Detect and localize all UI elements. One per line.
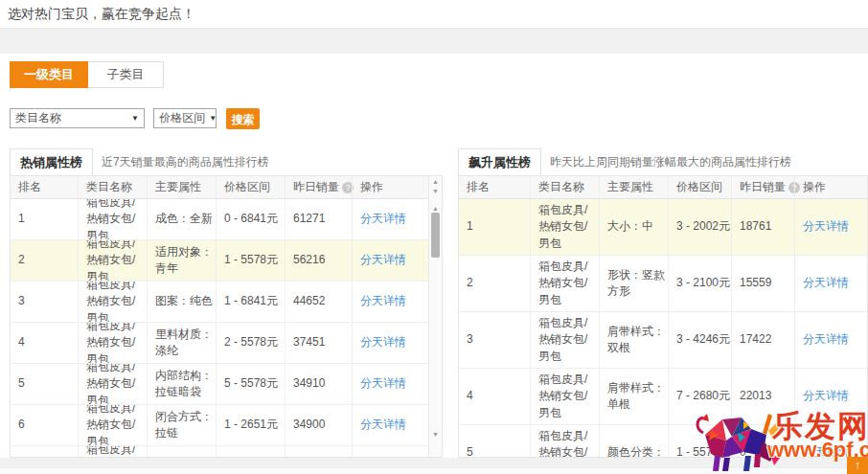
day-detail-link[interactable]: 分天详情 xyxy=(360,334,406,350)
col-action: 操作 xyxy=(352,176,429,198)
sales-cell: 61271 xyxy=(285,199,352,239)
tab-primary-category[interactable]: 一级类目 xyxy=(10,61,88,88)
price-cell: 0 - 6841元 xyxy=(216,199,285,239)
scroll-up-icon[interactable]: ▲ xyxy=(429,177,442,187)
rank-cell: 2 xyxy=(11,240,78,281)
main-panel: 一级类目子类目 类目名称 ▼ 价格区间 ▼ 搜索 热销属性榜 近7天销量最高的商… xyxy=(0,54,868,458)
table-row: 2 箱包皮具/热销女包/男包 形状：竖款方形 3 - 2100元 15559 分… xyxy=(459,256,867,312)
hot-description: 近7天销量最高的商品属性排行榜 xyxy=(102,148,269,175)
filter-bar: 类目名称 ▼ 价格区间 ▼ 搜索 xyxy=(10,108,260,129)
day-detail-link[interactable]: 分天详情 xyxy=(803,331,849,348)
attr-cell: 肩带样式：双根 xyxy=(599,312,668,368)
hot-table-header: 排名 类目名称 主要属性 价格区间 昨日销量 ? 操作 xyxy=(11,176,429,199)
col-action: 操作 xyxy=(794,176,867,198)
table-row: 箱包皮具/热销女包/男包 箱包硬度： xyxy=(11,446,429,458)
hot-table: 排名 类目名称 主要属性 价格区间 昨日销量 ? 操作 1 箱包皮具/热销女包/… xyxy=(10,175,443,458)
sales-cell: 34900 xyxy=(285,405,352,445)
col-sales: 昨日销量 ? xyxy=(731,176,794,198)
col-sales: 昨日销量 ? xyxy=(285,176,352,198)
rank-cell: 3 xyxy=(11,282,78,322)
scrollbar[interactable]: ▲ ▼ ▲ ▼ xyxy=(428,176,442,457)
rise-description: 昨天比上周同期销量涨幅最大的商品属性排行榜 xyxy=(550,148,791,175)
category-cell: 箱包皮具/热销女包/男包 xyxy=(78,405,147,445)
price-cell: 2 - 5578元 xyxy=(216,323,285,363)
category-cell: 箱包皮具/热销女包/男包 xyxy=(78,323,147,363)
rank-cell: 5 xyxy=(459,425,530,458)
up-arrow-icon: ↑ xyxy=(855,459,860,472)
category-cell: 箱包皮具/热销女包/男包 xyxy=(530,312,599,368)
tab-hot-attributes[interactable]: 热销属性榜 xyxy=(10,148,93,175)
col-price: 价格区间 xyxy=(668,176,731,198)
hot-attributes-section: 热销属性榜 近7天销量最高的商品属性排行榜 排名 类目名称 主要属性 价格区间 … xyxy=(10,148,443,458)
chevron-down-icon: ▼ xyxy=(209,114,217,123)
rise-tabbar: 飙升属性榜 昨天比上周同期销量涨幅最大的商品属性排行榜 xyxy=(458,148,868,175)
hot-tabbar: 热销属性榜 近7天销量最高的商品属性排行榜 xyxy=(10,148,443,175)
price-cell: 3 - 4246元 xyxy=(668,312,731,368)
col-rank: 排名 xyxy=(11,176,78,198)
attr-cell: 内部结构：拉链暗袋 xyxy=(147,364,216,404)
day-detail-link[interactable]: 分天详情 xyxy=(803,275,849,291)
day-detail-link[interactable]: 分天详情 xyxy=(360,417,406,433)
attr-cell: 适用对象：青年 xyxy=(147,240,216,281)
search-button[interactable]: 搜索 xyxy=(226,108,260,129)
category-select[interactable]: 类目名称 ▼ xyxy=(10,108,145,128)
price-cell: 3 - 2100元 xyxy=(668,256,731,311)
price-cell: 3 - 2002元 xyxy=(668,199,731,255)
table-row: 1 箱包皮具/热销女包/男包 大小：中 3 - 2002元 18761 分天详情 xyxy=(459,199,867,256)
rank-cell: 3 xyxy=(459,312,530,368)
action-cell: 分天详情 xyxy=(352,323,429,363)
category-cell: 箱包皮具/热销女包/男包 xyxy=(530,425,599,458)
category-cell: 箱包皮具/热销女包/男包 xyxy=(78,282,147,322)
action-cell: 分天详情 xyxy=(352,240,429,281)
day-detail-link[interactable]: 分天详情 xyxy=(803,218,849,235)
category-cell: 箱包皮具/热销女包/男包 xyxy=(78,446,147,458)
scroll-down-icon[interactable]: ▼ xyxy=(429,430,442,440)
rank-cell: 6 xyxy=(11,405,78,445)
table-row: 1 箱包皮具/热销女包/男包 成色：全新 0 - 6841元 61271 分天详… xyxy=(11,199,429,240)
back-to-top-button[interactable]: ↑ xyxy=(847,457,868,474)
rise-table-header: 排名 类目名称 主要属性 价格区间 昨日销量 ? 操作 xyxy=(459,176,867,199)
category-cell: 箱包皮具/热销女包/男包 xyxy=(78,199,147,239)
day-detail-link[interactable]: 分天详情 xyxy=(360,211,406,227)
rank-cell: 4 xyxy=(459,369,530,424)
sales-cell: 56216 xyxy=(285,240,352,281)
col-price: 价格区间 xyxy=(216,176,285,198)
price-select[interactable]: 价格区间 ▼ xyxy=(153,108,217,128)
attr-cell: 图案：纯色 xyxy=(147,282,216,322)
attr-cell: 成色：全新 xyxy=(147,199,216,239)
rank-cell: 4 xyxy=(11,323,78,363)
col-category: 类目名称 xyxy=(530,176,599,198)
action-cell: 分天详情 xyxy=(352,364,429,404)
col-attr: 主要属性 xyxy=(599,176,668,198)
col-rank: 排名 xyxy=(459,176,530,198)
action-cell: 分天详情 xyxy=(352,199,429,239)
price-cell: 1 - 5578元 xyxy=(216,240,285,281)
category-cell: 箱包皮具/热销女包/男包 xyxy=(530,369,599,424)
sales-cell: 17422 xyxy=(731,312,794,368)
day-detail-link[interactable]: 分天详情 xyxy=(360,293,406,309)
col-attr: 主要属性 xyxy=(147,176,216,198)
action-cell: 分天详情 xyxy=(794,199,867,255)
action-cell: 分天详情 xyxy=(794,256,867,311)
scroll-down-icon[interactable]: ▼ xyxy=(429,187,442,196)
scrollbar-thumb[interactable] xyxy=(431,213,440,258)
day-detail-link[interactable]: 分天详情 xyxy=(360,375,406,392)
sales-cell: 44652 xyxy=(285,282,352,322)
tab-sub-category[interactable]: 子类目 xyxy=(88,61,164,88)
attr-cell: 箱包硬度： xyxy=(147,446,216,458)
attr-cell: 肩带样式：单根 xyxy=(599,369,668,424)
day-detail-link[interactable]: 分天详情 xyxy=(360,252,406,268)
table-row: 3 箱包皮具/热销女包/男包 肩带样式：双根 3 - 4246元 17422 分… xyxy=(459,312,867,369)
price-cell: 1 - 2651元 xyxy=(216,405,285,445)
tab-rising-attributes[interactable]: 飙升属性榜 xyxy=(458,148,541,175)
action-cell xyxy=(352,446,429,458)
action-cell: 分天详情 xyxy=(352,405,429,445)
price-cell: 5 - 5578元 xyxy=(216,364,285,404)
day-detail-link[interactable]: 分天详情 xyxy=(803,388,849,404)
price-cell: 1 - 6841元 xyxy=(216,282,285,322)
rank-cell xyxy=(11,446,78,458)
col-category: 类目名称 xyxy=(78,176,147,198)
attr-cell: 大小：中 xyxy=(599,199,668,255)
table-row: 4 箱包皮具/热销女包/男包 里料材质：涤纶 2 - 5578元 37451 分… xyxy=(11,323,429,364)
chevron-down-icon: ▼ xyxy=(131,114,139,123)
